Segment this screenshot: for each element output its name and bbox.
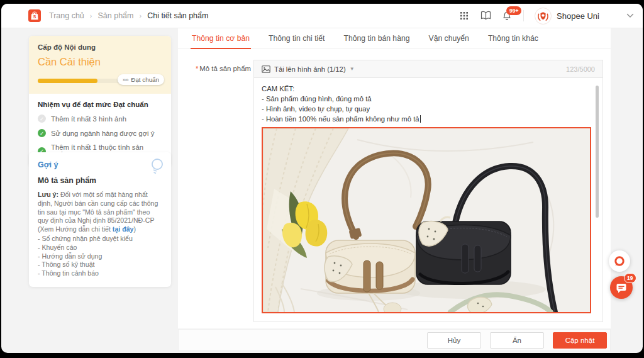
image-icon	[262, 65, 270, 73]
upload-image-button[interactable]: Tải lên hình ảnh (1/12) ▼	[262, 65, 355, 73]
chevron-down-icon[interactable]	[626, 13, 634, 20]
product-photo	[263, 128, 590, 312]
note-link[interactable]: tại đây	[113, 225, 134, 233]
bullet-item: - Thông số kỹ thuật	[38, 260, 162, 269]
content-level-title: Cấp độ Nội dung	[38, 43, 162, 51]
check-circle-icon: ✓	[38, 129, 46, 137]
guide-book-icon[interactable]	[480, 11, 491, 21]
tab-other-info[interactable]: Thông tin khác	[487, 28, 540, 48]
action-bar: Hủy Ẩn Cập nhật	[178, 329, 611, 351]
account-name: Shopee Uni	[557, 11, 599, 21]
content-level-section: Cấp độ Nội dung Cần Cải thiện »» Đạt chu…	[29, 36, 171, 94]
task-item: ✓ Sử dụng ngành hàng được gợi ý	[38, 129, 162, 137]
breadcrumb-separator: ›	[139, 12, 142, 20]
suggestion-title: Gợi ý	[38, 160, 162, 169]
content-level-card: Cấp độ Nội dung Cần Cải thiện »» Đạt chu…	[29, 36, 171, 167]
shopee-logo-icon[interactable]: S	[28, 9, 41, 22]
tab-shipping[interactable]: Vận chuyển	[428, 28, 470, 48]
description-textarea[interactable]: CAM KẾT: - Sản phẩm đúng hình, đúng mô t…	[253, 78, 603, 322]
text-cursor	[420, 115, 421, 123]
arrows-icon: »»	[123, 76, 128, 83]
editor-scrollbar-thumb[interactable]	[596, 86, 599, 218]
product-detail-panel: Thông tin cơ bản Thông tin chi tiết Thôn…	[178, 28, 611, 328]
bullet-item: - Số chứng nhận phê duyệt kiểu	[38, 235, 162, 243]
bullet-item: - Khuyến cáo	[38, 243, 162, 252]
description-line: - Hình ảnh, video tự chụp, tự quay	[262, 104, 595, 114]
chat-bubble-icon	[616, 282, 627, 293]
suggestion-bullets: - Số chứng nhận phê duyệt kiểu - Khuyến …	[38, 235, 162, 278]
chat-unread-badge: 19	[624, 273, 636, 283]
feedback-donut-icon	[613, 255, 626, 267]
check-circle-icon: ✓	[38, 115, 46, 123]
header-actions: 99+ Shopee Uni	[459, 8, 634, 25]
required-asterisk: *	[196, 65, 198, 72]
breadcrumb-separator: ›	[90, 12, 92, 20]
notification-badge: 99+	[506, 6, 521, 16]
description-editor: Tải lên hình ảnh (1/12) ▼ 123/5000 CAM K…	[253, 60, 603, 322]
suggestion-note: Lưu ý: Đối với một số mặt hàng nhất định…	[38, 191, 162, 234]
notifications-bell-icon[interactable]: 99+	[502, 11, 513, 21]
apps-grid-icon[interactable]	[459, 11, 470, 21]
tab-basic-info[interactable]: Thông tin cơ bản	[191, 28, 251, 48]
target-level-badge: »» Đạt chuẩn	[118, 74, 164, 85]
suggestion-subtitle: Mô tả sản phẩm	[38, 176, 162, 185]
bullet-item: - Hướng dẫn sử dụng	[38, 252, 162, 261]
suggestion-card: Gợi ý Mô tả sản phẩm Lưu ý: Đối với một …	[29, 152, 171, 287]
top-bar: S Trang chủ › Sản phẩm › Chi tiết sản ph…	[1, 4, 643, 28]
char-counter: 123/5000	[566, 65, 595, 73]
editor-toolbar: Tải lên hình ảnh (1/12) ▼ 123/5000	[253, 60, 603, 78]
content-level-progress: »» Đạt chuẩn	[38, 76, 162, 85]
description-line: - Sản phẩm đúng hình, đúng mô tả	[262, 94, 595, 104]
app-window: S Trang chủ › Sản phẩm › Chi tiết sản ph…	[1, 4, 643, 353]
breadcrumb-current: Chi tiết sản phẩm	[147, 11, 208, 20]
bullet-item: - Thông tin cảnh báo	[38, 269, 162, 278]
breadcrumb-home[interactable]: Trang chủ	[49, 11, 84, 20]
header-divider	[523, 10, 524, 21]
account-menu[interactable]: Shopee Uni	[535, 8, 599, 25]
lightbulb-icon	[147, 156, 166, 180]
tab-bar: Thông tin cơ bản Thông tin chi tiết Thôn…	[178, 28, 611, 49]
svg-text:S: S	[33, 14, 36, 19]
caret-down-icon: ▼	[350, 66, 355, 72]
progress-fill	[38, 79, 97, 83]
update-button[interactable]: Cập nhật	[553, 332, 607, 349]
cancel-button[interactable]: Hủy	[427, 332, 481, 349]
account-avatar	[535, 8, 552, 25]
tab-detail-info[interactable]: Thông tin chi tiết	[267, 28, 326, 48]
chat-float-button[interactable]: 19	[610, 276, 633, 299]
tasks-title: Nhiệm vụ để đạt mức Đạt chuẩn	[38, 101, 162, 108]
description-line: - Hoàn tiền 100% nếu sản phẩm không như …	[262, 114, 595, 124]
task-item: ✓ Thêm ít nhất 3 hình ảnh	[38, 115, 162, 123]
content-level-status: Cần Cải thiện	[38, 56, 162, 68]
feedback-float-button[interactable]	[609, 250, 630, 272]
hide-button[interactable]: Ẩn	[490, 332, 544, 349]
description-field-label: *Mô tả sản phẩm	[186, 65, 251, 72]
breadcrumb: S Trang chủ › Sản phẩm › Chi tiết sản ph…	[28, 9, 208, 22]
tab-sales-info[interactable]: Thông tin bán hàng	[342, 28, 411, 48]
description-line: CAM KẾT:	[262, 84, 595, 94]
breadcrumb-products[interactable]: Sản phẩm	[98, 11, 134, 20]
product-photo-selected[interactable]	[262, 127, 591, 313]
